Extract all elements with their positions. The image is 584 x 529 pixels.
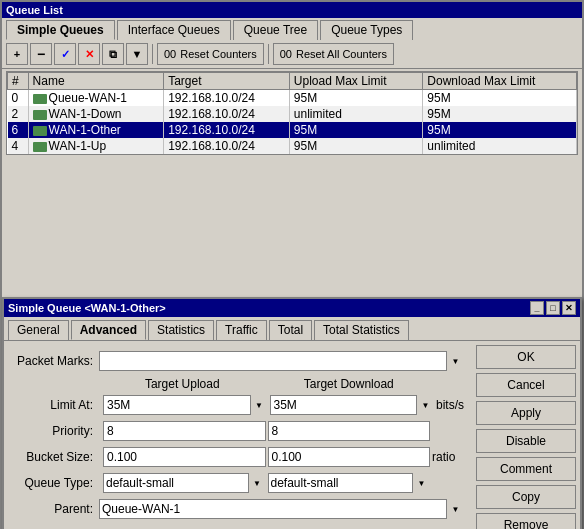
- separator-2: [268, 44, 269, 64]
- tab-advanced[interactable]: Advanced: [71, 320, 146, 340]
- ok-button[interactable]: OK: [476, 345, 576, 369]
- packet-marks-label: Packet Marks:: [14, 354, 99, 368]
- dialog-buttons: OK Cancel Apply Disable Comment Copy Rem…: [476, 345, 576, 529]
- bucket-inputs: ratio: [103, 447, 464, 467]
- col-upload: Upload Max Limit: [289, 73, 423, 90]
- dialog: Simple Queue <WAN-1-Other> _ □ ✕ General…: [2, 297, 582, 529]
- limit-at-label: Limit At:: [14, 398, 99, 412]
- table-row[interactable]: 0 Queue-WAN-1 192.168.10.0/24 95M 95M: [8, 90, 577, 107]
- queue-icon: [33, 126, 47, 136]
- table-row[interactable]: 6 WAN-1-Other 192.168.10.0/24 95M 95M: [8, 122, 577, 138]
- main-content: Simple Queue <WAN-1-Other> _ □ ✕ General…: [2, 157, 582, 510]
- toolbar: + − ✓ ✕ ⧉ ▼ 00 Reset Counters 00 Reset A…: [2, 40, 582, 69]
- check-button[interactable]: ✓: [54, 43, 76, 65]
- tab-interface-queues[interactable]: Interface Queues: [117, 20, 231, 40]
- limit-at-upload[interactable]: [103, 395, 268, 415]
- reset-all-counters-button[interactable]: 00 Reset All Counters: [273, 43, 394, 65]
- tab-statistics[interactable]: Statistics: [148, 320, 214, 340]
- priority-row: Priority:: [14, 421, 464, 441]
- queue-type-inputs: default-small ▼ default-small ▼: [103, 473, 464, 493]
- cell-upload: 95M: [289, 138, 423, 154]
- queue-type-download[interactable]: default-small: [268, 473, 431, 493]
- filter-button[interactable]: ▼: [126, 43, 148, 65]
- packet-marks-row: Packet Marks: ▼: [14, 351, 464, 371]
- queue-icon: [33, 110, 47, 120]
- cell-download: 95M: [423, 90, 577, 107]
- col-num: #: [8, 73, 29, 90]
- separator-1: [152, 44, 153, 64]
- dialog-form: Packet Marks: ▼ Target Upload Target Dow…: [8, 345, 470, 529]
- close-button[interactable]: ✕: [562, 301, 576, 315]
- parent-row: Parent: Queue-WAN-1 ▼: [14, 499, 464, 519]
- queue-type-upload-wrapper: default-small ▼: [103, 473, 266, 493]
- col-name: Name: [28, 73, 164, 90]
- cell-download: 95M: [423, 106, 577, 122]
- bucket-size-label: Bucket Size:: [14, 450, 99, 464]
- col-target: Target: [164, 73, 290, 90]
- bucket-size-row: Bucket Size: ratio: [14, 447, 464, 467]
- remove-button[interactable]: Remove: [476, 513, 576, 529]
- cell-num: 6: [8, 122, 29, 138]
- cancel-button[interactable]: Cancel: [476, 373, 576, 397]
- tab-queue-types[interactable]: Queue Types: [320, 20, 413, 40]
- dialog-title-buttons: _ □ ✕: [530, 301, 576, 315]
- minimize-button[interactable]: _: [530, 301, 544, 315]
- cell-name: WAN-1-Up: [28, 138, 164, 154]
- col-headers: Target Upload Target Download: [14, 377, 464, 391]
- cell-target: 192.168.10.0/24: [164, 90, 290, 107]
- table-row[interactable]: 4 WAN-1-Up 192.168.10.0/24 95M unlimited: [8, 138, 577, 154]
- tab-simple-queues[interactable]: Simple Queues: [6, 20, 115, 40]
- tab-total[interactable]: Total: [269, 320, 312, 340]
- bucket-download[interactable]: [268, 447, 431, 467]
- tab-general[interactable]: General: [8, 320, 69, 340]
- cell-upload: 95M: [289, 122, 423, 138]
- counter-all-icon: 00: [280, 48, 292, 60]
- limit-at-inputs: ▼ ▼ bits/s: [103, 395, 464, 415]
- queue-type-download-wrapper: default-small ▼: [268, 473, 431, 493]
- comment-button[interactable]: Comment: [476, 457, 576, 481]
- remove-button[interactable]: −: [30, 43, 52, 65]
- parent-select[interactable]: Queue-WAN-1: [99, 499, 464, 519]
- queue-type-label: Queue Type:: [14, 476, 99, 490]
- unit-spacer: [432, 377, 464, 391]
- parent-select-wrapper: Queue-WAN-1 ▼: [99, 499, 464, 519]
- priority-upload[interactable]: [103, 421, 266, 441]
- cell-upload: 95M: [289, 90, 423, 107]
- priority-download[interactable]: [268, 421, 431, 441]
- reset-counters-button[interactable]: 00 Reset Counters: [157, 43, 264, 65]
- table-row[interactable]: 2 WAN-1-Down 192.168.10.0/24 unlimited 9…: [8, 106, 577, 122]
- priority-inputs: [103, 421, 464, 441]
- window-title: Queue List: [2, 2, 582, 18]
- copy-button[interactable]: ⧉: [102, 43, 124, 65]
- bucket-upload[interactable]: [103, 447, 266, 467]
- cancel-x-button[interactable]: ✕: [78, 43, 100, 65]
- apply-button[interactable]: Apply: [476, 401, 576, 425]
- cell-name: WAN-1-Other: [28, 122, 164, 138]
- limit-at-download[interactable]: [270, 395, 435, 415]
- cell-num: 4: [8, 138, 29, 154]
- main-tab-row: Simple Queues Interface Queues Queue Tre…: [2, 18, 582, 40]
- cell-name: Queue-WAN-1: [28, 90, 164, 107]
- packet-marks-select[interactable]: [99, 351, 464, 371]
- maximize-button[interactable]: □: [546, 301, 560, 315]
- queue-icon: [33, 94, 47, 104]
- copy-button[interactable]: Copy: [476, 485, 576, 509]
- cell-num: 0: [8, 90, 29, 107]
- cell-target: 192.168.10.0/24: [164, 122, 290, 138]
- limit-at-row: Limit At: ▼ ▼ bits/s: [14, 395, 464, 415]
- cell-download: 95M: [423, 122, 577, 138]
- disable-button[interactable]: Disable: [476, 429, 576, 453]
- cell-target: 192.168.10.0/24: [164, 106, 290, 122]
- dialog-body: Packet Marks: ▼ Target Upload Target Dow…: [4, 340, 580, 529]
- parent-label: Parent:: [14, 502, 99, 516]
- cell-target: 192.168.10.0/24: [164, 138, 290, 154]
- queue-type-upload[interactable]: default-small: [103, 473, 266, 493]
- tab-total-statistics[interactable]: Total Statistics: [314, 320, 409, 340]
- add-button[interactable]: +: [6, 43, 28, 65]
- queue-type-row: Queue Type: default-small ▼ default-sma: [14, 473, 464, 493]
- cell-upload: unlimited: [289, 106, 423, 122]
- upload-header: Target Upload: [99, 377, 266, 391]
- tab-traffic[interactable]: Traffic: [216, 320, 267, 340]
- tab-queue-tree[interactable]: Queue Tree: [233, 20, 318, 40]
- cell-num: 2: [8, 106, 29, 122]
